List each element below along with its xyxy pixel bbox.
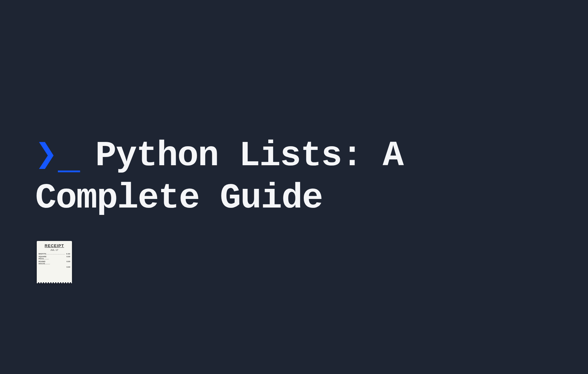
- chevron-right-icon: ❯: [35, 138, 54, 174]
- receipt-header: RECEIPT: [39, 243, 70, 248]
- receipt-icon: RECEIPT JUL 17 MISFITS 0.00 SQUARE PEGS.…: [37, 241, 72, 282]
- receipt-line-item: ROUND HOLES.......... 0.00: [39, 261, 70, 265]
- receipt-total: 0.00: [39, 266, 70, 268]
- underscore-icon: _: [58, 140, 80, 177]
- receipt-item-value: 0.00: [66, 261, 70, 262]
- receipt-item-label: SQUARE: [39, 256, 49, 258]
- receipt-item-label: HOLES..........: [39, 263, 50, 265]
- receipt-item-label: MISFITS: [39, 253, 65, 255]
- page-title-line2: Complete Guide: [35, 177, 588, 219]
- receipt-item-label: PEGS..........: [39, 258, 49, 260]
- page-title-line1: Python Lists: A: [95, 135, 403, 177]
- receipt-item-value: 0.00: [65, 253, 70, 255]
- receipt-date: JUL 17: [39, 249, 70, 251]
- receipt-item-label: ROUND: [39, 261, 50, 263]
- terminal-prompt-icon: ❯ _: [35, 138, 80, 174]
- receipt-line-item: SQUARE PEGS.......... 0.00: [39, 256, 70, 260]
- receipt-line-item: MISFITS 0.00: [39, 253, 70, 255]
- receipt-item-value: 0.00: [66, 256, 70, 258]
